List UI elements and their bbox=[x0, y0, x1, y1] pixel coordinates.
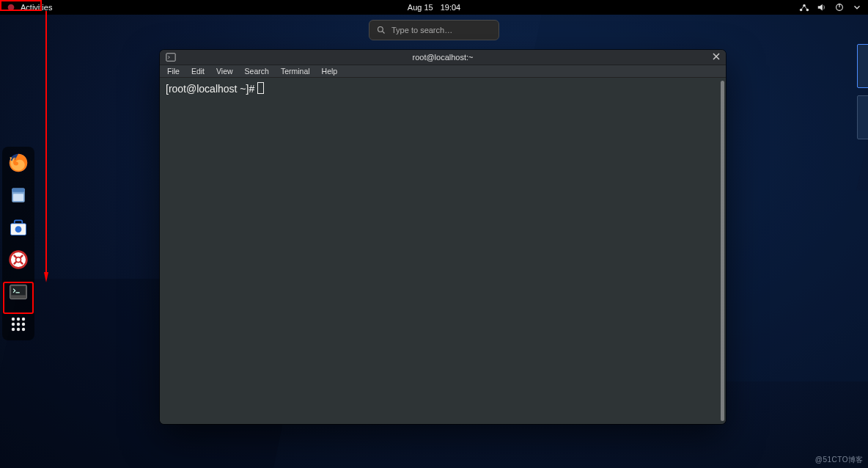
svg-point-31 bbox=[22, 328, 25, 331]
menu-terminal[interactable]: Terminal bbox=[279, 66, 312, 76]
top-bar: Activities Aug 15 19:04 bbox=[0, 0, 868, 15]
terminal-titlebar[interactable]: root@localhost:~ bbox=[160, 50, 726, 65]
svg-rect-14 bbox=[13, 194, 23, 201]
svg-rect-5 bbox=[839, 4, 839, 7]
search-placeholder: Type to search… bbox=[391, 26, 452, 34]
dock bbox=[2, 147, 34, 340]
dock-item-software[interactable] bbox=[7, 216, 30, 239]
close-icon bbox=[713, 53, 720, 60]
svg-point-24 bbox=[17, 318, 20, 321]
menu-file[interactable]: File bbox=[166, 66, 181, 76]
watermark: @51CTO博客 bbox=[815, 455, 864, 465]
network-icon[interactable] bbox=[799, 2, 809, 12]
terminal-title: root@localhost:~ bbox=[412, 53, 473, 62]
svg-rect-13 bbox=[12, 188, 25, 191]
clock[interactable]: Aug 15 19:04 bbox=[408, 3, 460, 12]
chevron-down-icon[interactable] bbox=[852, 2, 862, 12]
svg-point-26 bbox=[12, 323, 15, 326]
dock-item-files[interactable] bbox=[7, 183, 30, 207]
terminal-cursor bbox=[257, 82, 264, 94]
terminal-prompt: [root@localhost ~]# bbox=[166, 83, 257, 95]
svg-point-0 bbox=[8, 4, 15, 11]
menu-view[interactable]: View bbox=[215, 66, 235, 76]
terminal-scrollbar[interactable] bbox=[721, 81, 724, 421]
svg-point-6 bbox=[378, 27, 383, 32]
svg-point-29 bbox=[12, 328, 15, 331]
workspace-thumb[interactable] bbox=[857, 44, 868, 88]
overview-search[interactable]: Type to search… bbox=[369, 20, 499, 40]
menu-help[interactable]: Help bbox=[320, 66, 339, 76]
svg-rect-21 bbox=[11, 286, 25, 295]
terminal-window: root@localhost:~ File Edit View Search T… bbox=[160, 50, 726, 424]
svg-point-19 bbox=[16, 257, 21, 263]
distro-icon bbox=[6, 2, 16, 12]
terminal-titlebar-icon bbox=[166, 52, 176, 62]
workspace-thumb[interactable] bbox=[857, 95, 868, 139]
time-label: 19:04 bbox=[441, 3, 461, 12]
volume-icon[interactable] bbox=[817, 2, 827, 12]
svg-rect-32 bbox=[166, 54, 175, 62]
svg-point-27 bbox=[17, 323, 20, 326]
dock-item-terminal[interactable] bbox=[7, 280, 30, 304]
svg-point-28 bbox=[22, 323, 25, 326]
dock-item-help[interactable] bbox=[7, 248, 30, 271]
menu-edit[interactable]: Edit bbox=[190, 66, 206, 76]
terminal-body[interactable]: [root@localhost ~]# bbox=[160, 78, 726, 424]
menu-search[interactable]: Search bbox=[243, 66, 271, 76]
close-button[interactable] bbox=[713, 53, 720, 62]
terminal-menubar: File Edit View Search Terminal Help bbox=[160, 65, 726, 78]
svg-point-23 bbox=[12, 318, 15, 321]
search-icon bbox=[377, 26, 386, 34]
workspace-switcher[interactable] bbox=[857, 44, 868, 139]
date-label: Aug 15 bbox=[408, 3, 433, 12]
svg-line-7 bbox=[383, 32, 385, 34]
annotation-arrow bbox=[44, 11, 54, 282]
dock-item-firefox[interactable] bbox=[7, 151, 30, 175]
svg-point-25 bbox=[22, 318, 25, 321]
dock-item-show-apps[interactable] bbox=[7, 312, 30, 336]
svg-point-30 bbox=[17, 328, 20, 331]
svg-point-17 bbox=[15, 226, 22, 233]
activities-button[interactable]: Activities bbox=[21, 3, 52, 12]
power-icon[interactable] bbox=[834, 2, 845, 12]
